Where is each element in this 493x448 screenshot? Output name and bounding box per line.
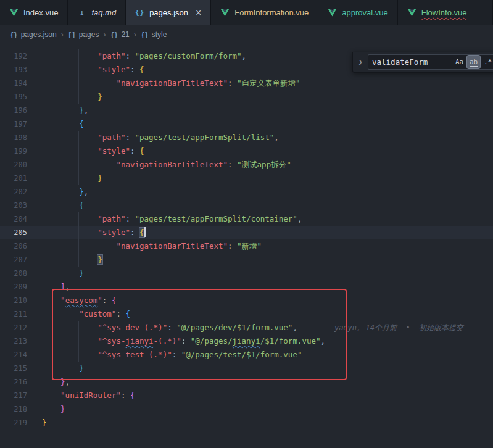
indent-guide xyxy=(42,239,60,253)
line-number: 192 xyxy=(0,49,27,63)
close-icon[interactable]: × xyxy=(196,8,201,18)
toggle-replace-button[interactable]: ❯ xyxy=(357,58,364,66)
whole-word-button[interactable]: ab xyxy=(467,56,480,68)
breadcrumb-separator: › xyxy=(134,30,136,39)
code-area[interactable]: 192"path": "pages/customForm/form",193"s… xyxy=(0,43,493,429)
indent-guide xyxy=(79,348,97,362)
code-line[interactable]: 197{ xyxy=(0,117,493,131)
indent-guide xyxy=(79,253,97,267)
code-line[interactable]: 217"uniIdRouter": { xyxy=(0,389,493,402)
find-input[interactable]: validateForm Aaab.* xyxy=(368,54,493,70)
tab-index-vue[interactable]: Index.vue xyxy=(0,0,68,25)
indent-guide xyxy=(79,172,97,185)
editor-pane[interactable]: 192"path": "pages/customForm/form",193"s… xyxy=(0,43,493,448)
indent-guide xyxy=(60,63,79,77)
tab-approval-vue[interactable]: approval.vue xyxy=(318,0,397,25)
indent-guide xyxy=(42,185,60,199)
json-icon: {} xyxy=(135,8,144,17)
code-line[interactable]: 204"path": "pages/test/appFormSplit/cont… xyxy=(0,212,493,226)
line-number: 218 xyxy=(0,402,27,416)
code-line[interactable]: 211"custom": { xyxy=(0,307,493,321)
tab-forminformation-vue[interactable]: FormInformation.vue xyxy=(211,0,318,25)
indent-guide xyxy=(42,49,60,63)
indent-guide xyxy=(79,239,97,253)
indent-guide xyxy=(42,294,60,307)
indent-guide xyxy=(60,334,79,348)
code-line[interactable]: 203{ xyxy=(0,199,493,212)
code-line[interactable]: 195} xyxy=(0,90,493,104)
vue-icon xyxy=(328,8,337,17)
indent-guide xyxy=(42,172,60,185)
line-number: 203 xyxy=(0,199,27,212)
vue-icon xyxy=(220,8,230,17)
indent-guide xyxy=(79,212,97,226)
breadcrumb: {}pages.json›[]pages›{}21›{}style xyxy=(0,25,493,43)
tab-label: faq.md xyxy=(91,8,116,17)
indent-guide xyxy=(60,362,79,375)
indent-guide xyxy=(42,199,60,212)
line-number: 211 xyxy=(0,307,27,321)
code-line[interactable]: 199"style": { xyxy=(0,144,493,158)
indent-guide xyxy=(79,158,97,172)
symbol-icon: {} xyxy=(141,31,149,38)
tab-pages-json[interactable]: {}pages.json× xyxy=(126,0,211,25)
indent-guide xyxy=(42,389,60,402)
indent-guide xyxy=(60,199,79,212)
tab-flowinfo-vue[interactable]: FlowInfo.vue xyxy=(398,0,493,25)
code-line[interactable]: 213"^sys-jianyi-(.*)": "@/pages/jianyi/$… xyxy=(0,334,493,348)
code-line[interactable]: 200"navigationBarTitleText": "测试app拆分" xyxy=(0,158,493,172)
code-line[interactable]: 210"easycom": { xyxy=(0,294,493,307)
code-line[interactable]: 214"^sys-test-(.*)": "@/pages/test/$1/fo… xyxy=(0,348,493,362)
code-line[interactable]: 201} xyxy=(0,172,493,185)
indent-guide xyxy=(42,158,60,172)
indent-guide xyxy=(60,158,79,172)
regex-button[interactable]: .* xyxy=(481,56,493,68)
code-line[interactable]: 212"^sys-dev-(.*)": "@/pages/dev/$1/form… xyxy=(0,321,493,334)
breadcrumb-item-pages.json[interactable]: {}pages.json xyxy=(10,30,57,39)
code-line[interactable]: 215} xyxy=(0,362,493,375)
code-line[interactable]: 202}, xyxy=(0,185,493,199)
find-widget: ❯ validateForm Aaab.* xyxy=(352,52,493,73)
breadcrumb-item-21[interactable]: {}21 xyxy=(110,30,130,39)
line-number: 201 xyxy=(0,172,27,185)
indent-guide xyxy=(42,131,60,144)
code-line[interactable]: 206"navigationBarTitleText": "新增" xyxy=(0,239,493,253)
tab-faq-md[interactable]: ↓faq.md xyxy=(68,0,126,25)
indent-guide xyxy=(60,172,79,185)
line-number: 210 xyxy=(0,294,27,307)
tab-label: FlowInfo.vue xyxy=(421,8,467,17)
tab-label: FormInformation.vue xyxy=(234,8,309,17)
indent-guide xyxy=(60,226,79,239)
code-line[interactable]: 208} xyxy=(0,267,493,280)
code-line[interactable]: 205"style": { xyxy=(0,226,493,239)
indent-guide xyxy=(42,77,60,90)
indent-guide xyxy=(60,307,79,321)
breadcrumb-separator: › xyxy=(61,30,64,39)
indent-guide xyxy=(60,321,79,334)
code-line[interactable]: 207} xyxy=(0,253,493,267)
code-line[interactable]: 216}, xyxy=(0,375,493,389)
indent-guide xyxy=(60,144,79,158)
breadcrumb-item-pages[interactable]: []pages xyxy=(68,30,99,39)
match-case-button[interactable]: Aa xyxy=(453,56,466,68)
indent-guide xyxy=(60,90,79,104)
indent-guide xyxy=(79,90,97,104)
indent-guide xyxy=(42,90,60,104)
indent-guide xyxy=(42,321,60,334)
indent-guide xyxy=(42,375,60,389)
indent-guide xyxy=(42,212,60,226)
line-number: 193 xyxy=(0,63,27,77)
code-line[interactable]: 219} xyxy=(0,416,493,429)
code-line[interactable]: 198"path": "pages/test/appFormSplit/list… xyxy=(0,131,493,144)
find-query[interactable]: validateForm xyxy=(372,57,452,67)
vue-icon xyxy=(9,8,19,17)
code-line[interactable]: 209], xyxy=(0,280,493,294)
line-number: 207 xyxy=(0,253,27,267)
line-number: 195 xyxy=(0,90,27,104)
code-line[interactable]: 194"navigationBarTitleText": "自定义表单新增" xyxy=(0,77,493,90)
code-line[interactable]: 196}, xyxy=(0,104,493,117)
indent-guide xyxy=(42,104,60,117)
code-line[interactable]: 218} xyxy=(0,402,493,416)
indent-guide xyxy=(97,77,116,90)
breadcrumb-item-style[interactable]: {}style xyxy=(141,30,167,39)
